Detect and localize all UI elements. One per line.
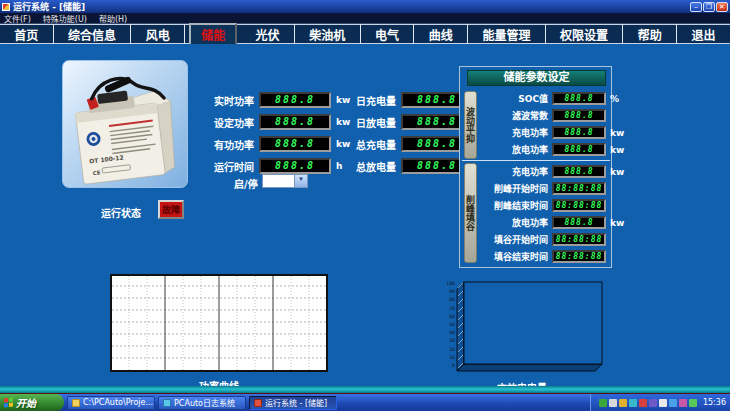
taskbar-task-run-system[interactable]: 运行系统 - [储能] (249, 396, 337, 410)
led-display[interactable]: 88:88:88 (552, 199, 606, 212)
chevron-down-icon[interactable] (294, 175, 307, 187)
group-tab-smoothing: 波动平抑 (464, 91, 477, 159)
app-icon (2, 3, 10, 11)
settings-row: 滤波常数 888.8 (480, 108, 626, 123)
nav-pv[interactable]: 光伏 (241, 24, 295, 45)
start-stop-label: 启/停 (234, 176, 258, 191)
settings-panel: 储能参数设定 波动平抑 削峰填谷 SOC值 888.8 % 滤波常数 888.8… (459, 66, 612, 268)
setting-label: 充电功率 (480, 165, 548, 178)
settings-row: 削峰结束时间 88:88:88 (480, 198, 626, 213)
minimize-icon[interactable] (690, 2, 702, 12)
app-window-icon (254, 399, 262, 407)
led-display: 888.8 (259, 92, 331, 108)
tray-icon[interactable] (659, 399, 667, 407)
tray-icon[interactable] (649, 399, 657, 407)
setting-label: 放电功率 (480, 216, 548, 229)
battery-image: OT 100-12 CE (62, 60, 188, 188)
param-label: 运行时间 (196, 159, 254, 174)
svg-text:CE: CE (92, 169, 101, 176)
led-display: 888.8 (259, 114, 331, 130)
settings-row: 放电功率 888.8 kw (480, 215, 626, 230)
led-display: 888.8 (259, 158, 331, 174)
menu-file[interactable]: 文件(F) (4, 13, 31, 24)
param-label: 日充电量 (338, 93, 396, 108)
menu-help[interactable]: 帮助(H) (99, 13, 127, 24)
param-label: 总充电量 (338, 137, 396, 152)
nav-wind[interactable]: 风电 (131, 24, 185, 45)
menu-special[interactable]: 特殊功能(U) (43, 13, 87, 24)
settings-row: 充电功率 888.8 kw (480, 125, 626, 140)
y-tick: 80 (449, 297, 455, 302)
setting-label: 滤波常数 (480, 109, 548, 122)
nav-curves[interactable]: 曲线 (414, 24, 468, 45)
led-display[interactable]: 888.8 (552, 109, 606, 122)
led-display[interactable]: 888.8 (552, 165, 606, 178)
close-icon[interactable] (716, 2, 728, 12)
param-label: 实时功率 (196, 93, 254, 108)
y-tick: 20 (449, 347, 455, 352)
tray-icon[interactable] (669, 399, 677, 407)
setting-label: 削峰结束时间 (480, 199, 548, 212)
led-display[interactable]: 888.8 (552, 216, 606, 229)
tray-icon[interactable] (689, 399, 697, 407)
setting-label: 填谷结束时间 (480, 250, 548, 263)
taskbar-clock[interactable]: 15:36 (703, 398, 726, 407)
nav-energy-mgmt[interactable]: 能量管理 (468, 24, 546, 45)
taskbar: 开始 C:\PCAuto\Proje... PCAuto日志系统 运行系统 - … (0, 394, 730, 411)
start-button[interactable]: 开始 (0, 394, 64, 411)
monitor-row: 实时功率 888.8 kw (196, 92, 350, 108)
led-display[interactable]: 888.8 (552, 92, 606, 105)
start-stop-dropdown[interactable] (262, 174, 308, 188)
system-tray: 15:36 (590, 394, 730, 411)
y-tick: 30 (449, 338, 455, 343)
settings-title: 储能参数设定 (467, 70, 606, 86)
nav-storage[interactable]: 储能 (189, 23, 237, 46)
param-label: 设定功率 (196, 115, 254, 130)
setting-unit: kw (610, 128, 626, 138)
nav-exit[interactable]: 退出 (677, 24, 730, 45)
tray-icon[interactable] (599, 399, 607, 407)
nav-help[interactable]: 帮助 (623, 24, 677, 45)
task-label: 运行系统 - [储能] (265, 397, 327, 408)
y-tick: 10 (449, 355, 455, 360)
led-display[interactable]: 88:88:88 (552, 250, 606, 263)
setting-label: 充电功率 (480, 126, 548, 139)
led-display[interactable]: 888.8 (552, 126, 606, 139)
param-label: 日放电量 (338, 115, 396, 130)
nav-bar: 首页 综合信息 风电 储能 光伏 柴油机 电气 曲线 能量管理 权限设置 帮助 … (0, 24, 730, 44)
folder-icon (72, 399, 80, 407)
restore-icon[interactable] (703, 2, 715, 12)
y-tick: 90 (449, 289, 455, 294)
nav-home[interactable]: 首页 (0, 24, 54, 45)
app-window-icon (163, 399, 171, 407)
led-display[interactable]: 88:88:88 (552, 182, 606, 195)
window-titlebar[interactable]: 运行系统 - [储能] (0, 0, 730, 13)
taskbar-task-explorer[interactable]: C:\PCAuto\Proje... (67, 396, 155, 410)
windows-logo-icon (4, 398, 13, 408)
group-divider (462, 160, 610, 161)
setting-unit: kw (610, 167, 626, 177)
led-display[interactable]: 888.8 (552, 143, 606, 156)
nav-diesel[interactable]: 柴油机 (295, 24, 361, 45)
tray-icon[interactable] (619, 399, 627, 407)
param-label: 总放电量 (338, 159, 396, 174)
battery-illustration: OT 100-12 CE (63, 61, 188, 188)
status-indicator: 故障 (158, 200, 184, 219)
led-display[interactable]: 88:88:88 (552, 233, 606, 246)
setting-label: 放电功率 (480, 143, 548, 156)
task-label: PCAuto日志系统 (174, 397, 235, 408)
nav-permissions[interactable]: 权限设置 (546, 24, 624, 45)
tray-icon[interactable] (679, 399, 687, 407)
setting-label: 削峰开始时间 (480, 182, 548, 195)
run-status-label: 运行状态 (101, 205, 141, 220)
task-label: C:\PCAuto\Proje... (83, 398, 153, 407)
led-display: 888.8 (259, 136, 331, 152)
tray-icon[interactable] (629, 399, 637, 407)
tray-icon[interactable] (609, 399, 617, 407)
start-label: 开始 (16, 395, 36, 410)
taskbar-task-log-system[interactable]: PCAuto日志系统 (158, 396, 246, 410)
setting-label: SOC值 (480, 92, 548, 105)
tray-icon[interactable] (639, 399, 647, 407)
nav-overview[interactable]: 综合信息 (54, 24, 132, 45)
nav-electric[interactable]: 电气 (361, 24, 415, 45)
